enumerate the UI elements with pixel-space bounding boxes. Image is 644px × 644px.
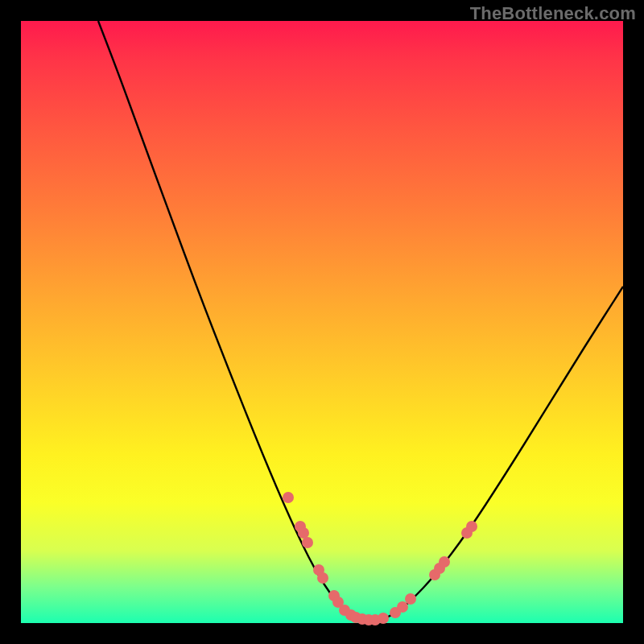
data-point: [339, 605, 350, 616]
data-point: [461, 527, 473, 539]
data-point: [429, 569, 440, 580]
data-point: [328, 590, 340, 601]
bottleneck-curve: [21, 21, 623, 623]
data-point: [363, 614, 374, 625]
data-point: [378, 613, 389, 624]
data-point: [397, 601, 408, 613]
data-point: [439, 556, 450, 568]
data-point: [405, 593, 416, 605]
chart-area: [21, 21, 623, 623]
data-points-layer: [21, 21, 623, 623]
data-point: [390, 607, 401, 618]
data-point: [298, 527, 309, 539]
data-point: [302, 537, 313, 548]
data-point: [332, 597, 344, 608]
data-point: [295, 521, 306, 532]
data-point: [345, 609, 357, 621]
data-point: [369, 614, 381, 625]
data-point: [283, 492, 294, 503]
data-point: [434, 563, 445, 574]
data-point: [313, 564, 324, 576]
data-point: [317, 572, 328, 584]
data-point: [357, 613, 368, 625]
data-point: [350, 612, 361, 623]
data-point: [466, 521, 477, 532]
